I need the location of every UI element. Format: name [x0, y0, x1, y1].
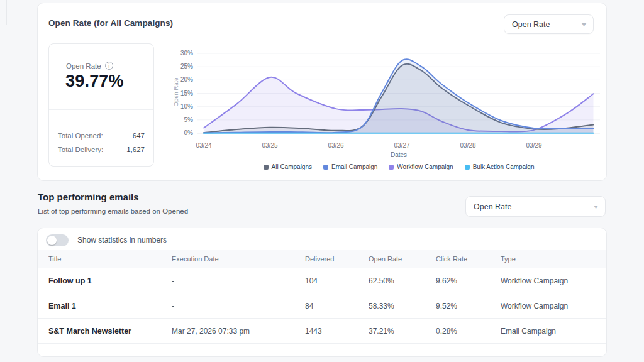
open-rate-value: 39.77%	[65, 72, 124, 91]
cell-type: Workflow Campaign	[501, 302, 606, 310]
cell-title: Email 1	[48, 302, 172, 310]
open-rate-chart-card: Open Rate (for All Campaigns) Open Rate …	[37, 3, 607, 181]
total-opened-label: Total Opened:	[58, 132, 103, 140]
show-statistics-toggle[interactable]	[46, 234, 69, 246]
cell-type: Email Campaign	[501, 327, 606, 336]
table-row[interactable]: Email 1-8458.33%9.52%Workflow Campaign	[38, 293, 606, 319]
legend-swatch	[264, 165, 269, 170]
section-title: Top performing emails	[38, 192, 139, 202]
legend-item-bulk-action-campaign[interactable]: Bulk Action Campaign	[465, 163, 535, 170]
cell-execution-date: Mar 27, 2026 07:33 pm	[172, 327, 305, 336]
cell-click-rate: 0.28%	[436, 327, 501, 336]
column-header-type: Type	[501, 255, 606, 263]
column-header-delivered: Delivered	[305, 255, 369, 263]
y-tick-label: 10%	[168, 103, 193, 110]
total-delivery-row: Total Delivery: 1,627	[58, 146, 145, 153]
stat-label: Open Rate	[66, 62, 101, 70]
legend-label: Workflow Campaign	[397, 163, 453, 170]
cell-delivered: 84	[305, 302, 369, 310]
top-performing-emails-card: Show statistics in numbers TitleExecutio…	[37, 228, 607, 357]
emails-metric-select-value: Open Rate	[474, 202, 511, 211]
column-header-title: Title	[48, 255, 172, 263]
divider	[49, 109, 153, 110]
cell-title: S&T March Newsletter	[48, 327, 172, 336]
x-tick-label: 03/24	[185, 142, 223, 149]
chart-metric-select-value: Open Rate	[512, 20, 550, 29]
y-tick-label: 15%	[168, 90, 193, 97]
cell-type: Workflow Campaign	[501, 277, 606, 285]
legend-item-email-campaign[interactable]: Email Campaign	[323, 163, 377, 170]
legend-label: Email Campaign	[331, 163, 377, 170]
cell-click-rate: 9.62%	[436, 277, 501, 285]
legend-item-all-campaigns[interactable]: All Campaigns	[264, 163, 312, 170]
line-chart-plot-area	[197, 52, 600, 134]
section-subtitle: List of top performing emails based on O…	[38, 207, 188, 215]
total-opened-row: Total Opened: 647	[58, 132, 145, 140]
total-delivery-label: Total Delivery:	[58, 146, 103, 153]
column-header-open-rate: Open Rate	[369, 255, 436, 263]
y-tick-label: 20%	[168, 76, 193, 83]
left-edge-line	[6, 0, 7, 25]
y-tick-label: 5%	[168, 116, 193, 123]
cell-title: Follow up 1	[48, 277, 172, 285]
chart-legend: All CampaignsEmail CampaignWorkflow Camp…	[197, 163, 600, 170]
x-tick-label: 03/26	[317, 142, 355, 149]
chevron-down-icon: ▾	[594, 203, 598, 210]
chart-svg	[197, 52, 600, 134]
table-body: Follow up 1-10462.50%9.62%Workflow Campa…	[38, 268, 606, 344]
total-delivery-value: 1,627	[126, 146, 145, 153]
toggle-knob	[47, 236, 57, 245]
legend-swatch	[465, 165, 470, 170]
cell-open-rate: 62.50%	[369, 277, 436, 285]
cell-open-rate: 58.33%	[369, 302, 436, 310]
total-opened-value: 647	[133, 132, 145, 140]
info-icon[interactable]: i	[105, 62, 113, 70]
table-row[interactable]: S&T March NewsletterMar 27, 2026 07:33 p…	[38, 319, 606, 344]
chevron-down-icon: ▾	[582, 21, 586, 28]
column-header-execution-date: Execution Date	[172, 255, 305, 263]
cell-open-rate: 37.21%	[369, 327, 436, 336]
x-tick-label: 03/28	[449, 142, 487, 149]
emails-metric-select[interactable]: Open Rate ▾	[465, 196, 606, 217]
legend-label: Bulk Action Campaign	[473, 163, 535, 170]
y-tick-label: 30%	[168, 50, 193, 57]
x-axis-title: Dates	[380, 151, 418, 158]
cell-execution-date: -	[172, 277, 305, 285]
column-header-click-rate: Click Rate	[436, 255, 501, 263]
chart-metric-select[interactable]: Open Rate ▾	[504, 14, 594, 34]
cell-click-rate: 9.52%	[436, 302, 501, 310]
cell-execution-date: -	[172, 302, 305, 310]
y-tick-label: 0%	[168, 129, 193, 136]
open-rate-stat-card: Open Rate i 39.77% Total Opened: 647 Tot…	[48, 43, 154, 167]
x-tick-label: 03/25	[251, 142, 289, 149]
legend-swatch	[389, 165, 394, 170]
table-header: TitleExecution DateDeliveredOpen RateCli…	[38, 250, 606, 268]
table-row[interactable]: Follow up 1-10462.50%9.62%Workflow Campa…	[38, 268, 606, 293]
x-tick-label: 03/29	[515, 142, 553, 149]
legend-swatch	[323, 165, 328, 170]
cell-delivered: 1443	[305, 327, 369, 336]
toggle-label: Show statistics in numbers	[77, 236, 167, 244]
x-tick-label: 03/27	[383, 142, 421, 149]
y-tick-label: 25%	[168, 63, 193, 70]
legend-label: All Campaigns	[272, 163, 312, 170]
cell-delivered: 104	[305, 277, 369, 285]
legend-item-workflow-campaign[interactable]: Workflow Campaign	[389, 163, 453, 170]
chart-card-title: Open Rate (for All Campaigns)	[48, 18, 173, 28]
